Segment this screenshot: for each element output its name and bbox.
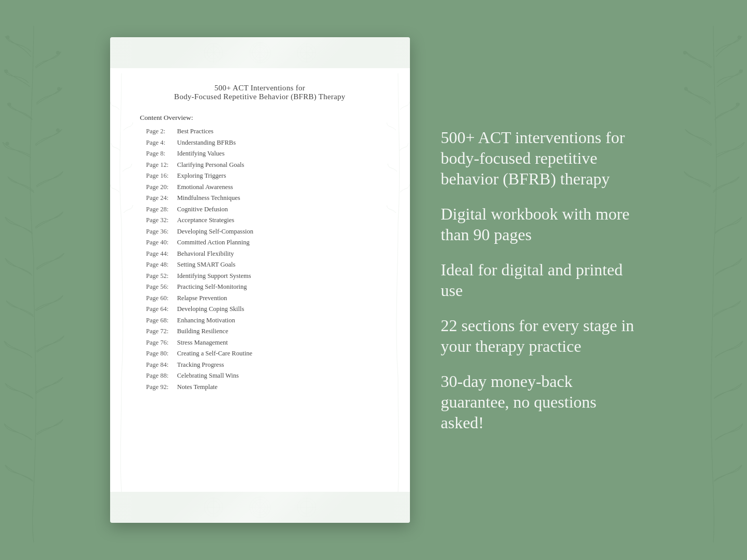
toc-item: Page 76:Stress Management	[146, 339, 384, 346]
toc-item: Page 36:Developing Self-Compassion	[146, 228, 384, 235]
toc-page-num: Page 92:	[146, 384, 177, 391]
toc-page-num: Page 44:	[146, 251, 177, 257]
toc-page-num: Page 36:	[146, 228, 177, 235]
toc-page-num: Page 8:	[146, 150, 177, 157]
toc-item: Page 40:Committed Action Planning	[146, 239, 384, 246]
toc-page-num: Page 80:	[146, 350, 177, 357]
toc-title: Developing Self-Compassion	[177, 228, 254, 235]
toc-title: Exploring Triggers	[177, 173, 226, 179]
main-content: 500+ ACT Interventions for Body-Focused …	[0, 0, 747, 560]
toc-title: Stress Management	[177, 339, 228, 346]
toc-item: Page 8:Identifying Values	[146, 150, 384, 157]
toc-title: Celebrating Small Wins	[177, 372, 239, 379]
toc-page-num: Page 4:	[146, 139, 177, 146]
toc-item: Page 44:Behavioral Flexibility	[146, 251, 384, 257]
feature-text-3: Ideal for digital and printed use	[441, 259, 637, 301]
doc-title-line2: Body-Focused Repetitive Behavior (BFRB) …	[136, 92, 384, 101]
toc-item: Page 16:Exploring Triggers	[146, 173, 384, 179]
toc-item: Page 56:Practicing Self-Monitoring	[146, 284, 384, 290]
toc-item: Page 60:Relapse Prevention	[146, 295, 384, 302]
toc-title: Acceptance Strategies	[177, 217, 235, 224]
toc-item: Page 32:Acceptance Strategies	[146, 217, 384, 224]
toc-title: Understanding BFRBs	[177, 139, 236, 146]
toc-page-num: Page 72:	[146, 328, 177, 335]
doc-left-decoration	[110, 68, 133, 492]
toc-page-num: Page 56:	[146, 284, 177, 290]
toc-item: Page 12:Clarifying Personal Goals	[146, 162, 384, 168]
toc-item: Page 48:Setting SMART Goals	[146, 261, 384, 268]
toc-title: Creating a Self-Care Routine	[177, 350, 252, 357]
toc-page-num: Page 60:	[146, 295, 177, 302]
doc-right-decoration	[387, 68, 410, 492]
toc-item: Page 20:Emotional Awareness	[146, 184, 384, 191]
toc-item: Page 24:Mindfulness Techniques	[146, 195, 384, 201]
doc-bottom-decoration	[110, 492, 410, 523]
toc-page-num: Page 20:	[146, 184, 177, 191]
toc-title: Identifying Values	[177, 150, 225, 157]
toc-page-num: Page 64:	[146, 306, 177, 313]
toc-page-num: Page 76:	[146, 339, 177, 346]
toc-page-num: Page 2:	[146, 128, 177, 135]
toc-item: Page 72:Building Resilience	[146, 328, 384, 335]
toc-page-num: Page 88:	[146, 372, 177, 379]
toc-title: Identifying Support Systems	[177, 273, 251, 279]
toc-item: Page 28:Cognitive Defusion	[146, 206, 384, 213]
toc-item: Page 2:Best Practices	[146, 128, 384, 135]
toc-title: Building Resilience	[177, 328, 228, 335]
toc-title: Mindfulness Techniques	[177, 195, 240, 201]
feature-text-4: 22 sections for every stage in your ther…	[441, 315, 637, 356]
toc-item: Page 92:Notes Template	[146, 384, 384, 391]
toc-item: Page 84:Tracking Progress	[146, 362, 384, 368]
content-overview-label: Content Overview:	[140, 114, 384, 122]
features-panel: 500+ ACT interventions for body-focused …	[441, 127, 637, 433]
toc-page-num: Page 68:	[146, 317, 177, 324]
toc-page-num: Page 40:	[146, 239, 177, 246]
toc-title: Practicing Self-Monitoring	[177, 284, 247, 290]
feature-text-2: Digital workbook with more than 90 pages	[441, 204, 637, 245]
toc-title: Committed Action Planning	[177, 239, 250, 246]
toc-item: Page 88:Celebrating Small Wins	[146, 372, 384, 379]
toc-item: Page 52:Identifying Support Systems	[146, 273, 384, 279]
toc-item: Page 80:Creating a Self-Care Routine	[146, 350, 384, 357]
toc-title: Behavioral Flexibility	[177, 251, 234, 257]
toc-title: Setting SMART Goals	[177, 261, 236, 268]
toc-item: Page 68:Enhancing Motivation	[146, 317, 384, 324]
toc-title: Tracking Progress	[177, 362, 224, 368]
toc-title: Notes Template	[177, 384, 218, 391]
toc-page-num: Page 24:	[146, 195, 177, 201]
toc-item: Page 64:Developing Coping Skills	[146, 306, 384, 313]
toc-title: Clarifying Personal Goals	[177, 162, 245, 168]
toc-title: Emotional Awareness	[177, 184, 233, 191]
toc-title: Developing Coping Skills	[177, 306, 245, 313]
toc-item: Page 4:Understanding BFRBs	[146, 139, 384, 146]
toc-title: Relapse Prevention	[177, 295, 227, 302]
toc-title: Best Practices	[177, 128, 214, 135]
toc-page-num: Page 12:	[146, 162, 177, 168]
toc-page-num: Page 52:	[146, 273, 177, 279]
toc-page-num: Page 16:	[146, 173, 177, 179]
toc-title: Enhancing Motivation	[177, 317, 235, 324]
feature-text-5: 30-day money-back guarantee, no question…	[441, 371, 637, 433]
toc-page-num: Page 84:	[146, 362, 177, 368]
document-title: 500+ ACT Interventions for Body-Focused …	[136, 84, 384, 101]
doc-top-decoration	[110, 37, 410, 68]
document-panel: 500+ ACT Interventions for Body-Focused …	[110, 37, 410, 523]
toc-page-num: Page 28:	[146, 206, 177, 213]
toc-page-num: Page 48:	[146, 261, 177, 268]
doc-title-line1: 500+ ACT Interventions for	[136, 84, 384, 92]
toc-list: Page 2:Best PracticesPage 4:Understandin…	[146, 128, 384, 390]
toc-title: Cognitive Defusion	[177, 206, 228, 213]
toc-page-num: Page 32:	[146, 217, 177, 224]
feature-text-1: 500+ ACT interventions for body-focused …	[441, 127, 637, 189]
